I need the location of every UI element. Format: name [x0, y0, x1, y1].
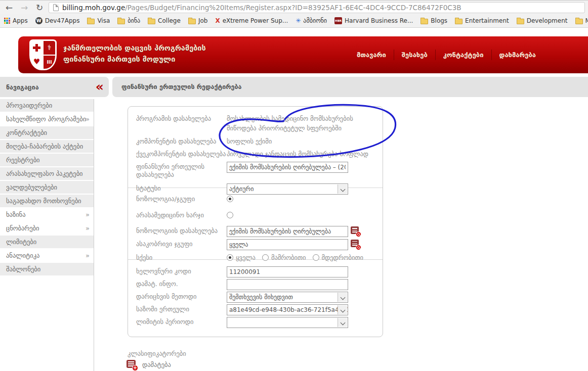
- measure-unit-value: a81e49cd-e948-430b-ac36-721f5a4b911: [229, 306, 348, 313]
- back-icon[interactable]: ←: [3, 1, 15, 14]
- nonmedical-expense-radio[interactable]: [227, 212, 233, 218]
- sidebar-item-label: არასახელფასო პაკეტები: [6, 170, 83, 177]
- chevron-right-icon: »: [86, 222, 90, 235]
- bookmark-development[interactable]: Development: [517, 17, 568, 24]
- sex-all-radio[interactable]: [227, 254, 233, 261]
- sidebar-item-analytics[interactable]: ანალიტიკა»: [0, 249, 94, 263]
- bookmark-label: eXtreme Power Sup...: [223, 17, 288, 24]
- sidebar-item-label: ვალდებულებები: [6, 183, 57, 191]
- folder-icon: [87, 19, 95, 24]
- column-icon: III: [47, 60, 52, 65]
- refresh-icon[interactable]: ↻: [33, 1, 46, 14]
- folder-icon: [575, 19, 583, 24]
- magnifier-icon: [356, 231, 361, 237]
- bookmark-label: College: [158, 17, 181, 24]
- bookmark-mind-tools[interactable]: Mind Tools: [575, 17, 588, 24]
- sidebar-item-templates[interactable]: შაბლონები: [0, 263, 94, 276]
- bookmark-label: ამბიონი: [303, 17, 327, 24]
- sidebar-item-obligations[interactable]: ვალდებულებები: [0, 181, 94, 195]
- page-body: ⚕ ♥ III ჯანმრთელობის დაცვის პროგრამების …: [0, 28, 588, 371]
- bookmark-job[interactable]: Job: [188, 17, 208, 24]
- bookmark-label: Mind Tools: [585, 17, 588, 24]
- accrual-method-select[interactable]: შემთხვევის მიხედვით: [227, 292, 348, 303]
- limit-period-select[interactable]: [227, 317, 348, 328]
- bookmark-hbr[interactable]: HBRHarvard Business Re...: [334, 17, 413, 24]
- sidebar-item-label: პროვაიდერები: [6, 102, 52, 109]
- cross-icon: [33, 44, 40, 52]
- sidebar-item-label: მიღება-ჩაბარების აქტები: [6, 143, 83, 150]
- nosology-lookup-button[interactable]: [351, 226, 361, 236]
- sex-male-radio[interactable]: [262, 254, 269, 261]
- bookmark-label: Harvard Business Re...: [345, 17, 413, 24]
- sidebar-item-treasury[interactable]: ხაზინა»: [0, 208, 94, 222]
- accrual-method-label: დარიცხვის მეთოდი: [136, 292, 227, 301]
- bookmark-label: Visa: [97, 17, 110, 24]
- bookmark-blogs[interactable]: Blogs: [421, 17, 447, 24]
- sidebar-header: ნავიგაცია «: [0, 77, 109, 97]
- sidebar-item-nonsalary-packages[interactable]: არასახელფასო პაკეტები: [0, 167, 94, 181]
- bookmark-bina[interactable]: ბინა: [117, 17, 140, 24]
- status-select[interactable]: აქტიური: [227, 183, 348, 195]
- nav-contacts[interactable]: კონტაქტები: [435, 50, 491, 60]
- url-path: /Pages/Budget/Financing%20Items/Register…: [125, 4, 461, 12]
- status-label: სტატუსი: [136, 183, 227, 193]
- sidebar-item-state-programs[interactable]: სახელმწიფო პროგრამები»: [0, 113, 94, 126]
- sex-label: სქესი: [136, 253, 227, 262]
- sidebar-item-label: საგადახდო მოთხოვნები: [6, 197, 81, 205]
- bookmark-label: Dev47Apps: [45, 17, 80, 24]
- bookmark-college[interactable]: College: [148, 17, 181, 24]
- site-title-line2: ფინანსური მართვის მოდული: [63, 54, 206, 65]
- magnifier-icon: [356, 245, 361, 250]
- bookmark-dev47apps[interactable]: WDev47Apps: [35, 17, 80, 24]
- sidebar-item-providers[interactable]: პროვაიდერები: [0, 99, 94, 113]
- artificial-code-input[interactable]: [227, 266, 348, 277]
- apps-grid-icon: [4, 18, 10, 24]
- artificial-code-label: ხელოვნური კოდი: [136, 266, 227, 276]
- nosology-name-input[interactable]: [227, 226, 348, 237]
- bookmark-apps[interactable]: Apps: [4, 17, 28, 24]
- sidebar-item-contracts[interactable]: კონტრაქტები: [0, 126, 94, 140]
- subcomponent-value: პირველადი ჯანდაცვის მომსახურება სოფლად: [227, 149, 368, 159]
- nav-help[interactable]: დახმარება: [491, 50, 543, 60]
- bookmark-entertainment[interactable]: Entertainment: [455, 17, 509, 24]
- sidebar-item-label: ცნობარები: [6, 224, 39, 232]
- nav-about[interactable]: შესახებ: [394, 50, 435, 60]
- sidebar-item-registers[interactable]: რეესტრები: [0, 154, 94, 167]
- age-group-input[interactable]: [227, 239, 348, 250]
- sidebar-item-payment-requests[interactable]: საგადახდო მოთხოვნები: [0, 195, 94, 208]
- address-bar[interactable]: billing.moh.gov.ge/Pages/Budget/Financin…: [49, 2, 585, 13]
- folder-icon: [517, 19, 524, 24]
- measure-unit-select[interactable]: a81e49cd-e948-430b-ac36-721f5a4b911: [227, 304, 348, 315]
- caduceus-icon: ⚕: [48, 44, 52, 51]
- component-value: სოფლის ექიმი: [227, 136, 272, 146]
- sidebar-item-limits[interactable]: ლიმიტები: [0, 236, 94, 249]
- nav-home[interactable]: მთავარი: [349, 50, 394, 60]
- financial-unit-name-label: ფინანსური ერთეულის დასახელება: [136, 162, 227, 180]
- sidebar-item-label: შაბლონები: [6, 265, 40, 273]
- form-section-nosology: ნოზოლოგია/ჯგუფი არასამედიცინო ხარჯი ნოზო…: [128, 188, 383, 259]
- url-host: billing.moh.gov.ge: [62, 4, 125, 12]
- nosology-group-radio[interactable]: [227, 196, 233, 202]
- sidebar-item-label: ანალიტიკა: [6, 252, 39, 259]
- accrual-method-value: შემთხვევის მიხედვით: [229, 294, 293, 301]
- add-classifier-button[interactable]: + დამატება: [127, 360, 171, 369]
- sidebar-item-acceptance-acts[interactable]: მიღება-ჩაბარების აქტები: [0, 140, 94, 154]
- wordpress-icon: W: [35, 17, 43, 24]
- x-icon: X: [215, 17, 220, 24]
- bookmark-ambioni[interactable]: ✳ამბიონი: [296, 17, 327, 24]
- program-label: პროგრამის დასახელება: [136, 114, 227, 123]
- site-title: ჯანმრთელობის დაცვის პროგრამების ფინანსურ…: [63, 43, 206, 65]
- sex-female-radio[interactable]: [313, 254, 319, 261]
- folder-icon: [421, 19, 428, 24]
- bookmark-label: Entertainment: [465, 17, 509, 24]
- bookmark-visa[interactable]: Visa: [87, 17, 110, 24]
- forward-icon[interactable]: →: [18, 1, 30, 14]
- bookmark-label: ბინა: [128, 17, 140, 24]
- sidebar-item-directories[interactable]: ცნობარები»: [0, 222, 94, 236]
- financial-unit-name-input[interactable]: [227, 162, 348, 173]
- bookmark-extreme-power[interactable]: XeXtreme Power Sup...: [215, 17, 288, 24]
- form-section-names: პროგრამის დასახელება მოსახლეობის სამედიც…: [128, 107, 383, 188]
- age-group-lookup-button[interactable]: [351, 240, 361, 249]
- sidebar-collapse-icon[interactable]: «: [96, 78, 104, 96]
- additional-info-input[interactable]: [227, 279, 348, 290]
